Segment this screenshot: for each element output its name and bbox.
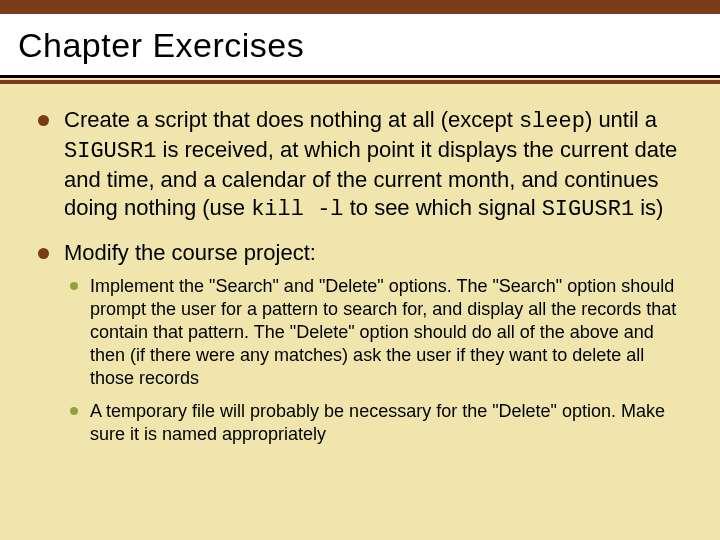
- title-area: Chapter Exercises: [0, 14, 720, 75]
- content-area: Create a script that does nothing at all…: [0, 84, 720, 446]
- text-fragment: to see which signal: [344, 195, 542, 220]
- code-fragment: SIGUSR1: [64, 139, 156, 164]
- text-fragment: ) until a: [585, 107, 657, 132]
- bullet-item: Create a script that does nothing at all…: [34, 106, 686, 225]
- code-fragment: sleep: [519, 109, 585, 134]
- text-fragment: Create a script that does nothing at all…: [64, 107, 519, 132]
- code-fragment: SIGUSR1: [542, 197, 634, 222]
- sub-bullet-item: Implement the "Search" and "Delete" opti…: [64, 275, 686, 390]
- text-fragment: is): [634, 195, 663, 220]
- sub-bullet-list: Implement the "Search" and "Delete" opti…: [64, 275, 686, 446]
- top-accent-bar: [0, 0, 720, 14]
- slide-title: Chapter Exercises: [18, 26, 702, 65]
- sub-bullet-item: A temporary file will probably be necess…: [64, 400, 686, 446]
- code-fragment: kill -l: [251, 197, 343, 222]
- bullet-item: Modify the course project: Implement the…: [34, 239, 686, 446]
- text-fragment: Modify the course project:: [64, 240, 316, 265]
- divider-black: [0, 75, 720, 78]
- bullet-list: Create a script that does nothing at all…: [34, 106, 686, 446]
